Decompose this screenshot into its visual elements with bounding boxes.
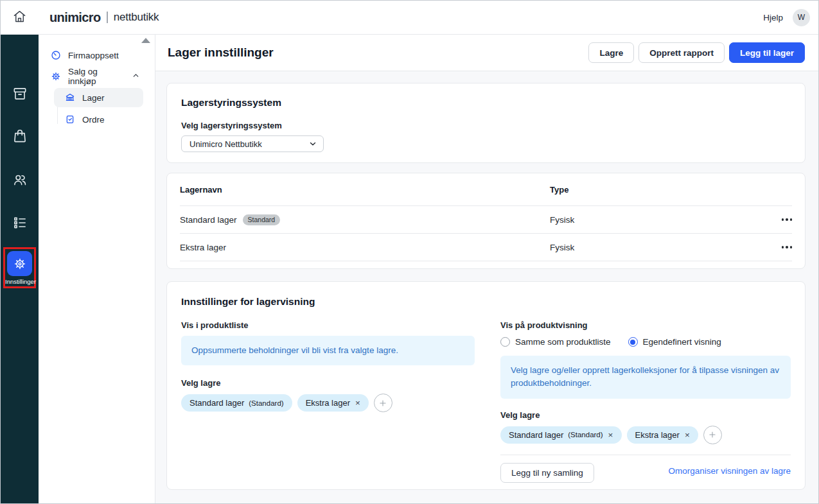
header-actions: Lagre Opprett rapport Legg til lager [588, 42, 805, 63]
nav-item-salg-og-innkjop[interactable]: Salg og innkjøp [39, 67, 155, 86]
warehouse-name: Standard lager [180, 215, 237, 225]
list-icon[interactable] [1, 214, 39, 231]
remove-icon[interactable]: × [685, 430, 690, 440]
table-header: Lagernavn Type [180, 173, 792, 206]
add-collection-button[interactable]: Legg til ny samling [500, 463, 594, 483]
help-link[interactable]: Hjelp [763, 13, 783, 22]
page-title: Lager innstillinger [168, 46, 274, 60]
icon-sidebar: Innstillinger [1, 35, 39, 503]
product-list-column: Vis i produktliste Oppsummerte beholdnin… [181, 320, 475, 483]
chip-label: Ekstra lager [635, 430, 680, 440]
add-warehouse-button[interactable]: Legg til lager [729, 42, 805, 63]
radio-same-as-product-list[interactable]: Samme som produktliste [500, 337, 611, 347]
brand-logo: unimicro nettbutikk [49, 10, 159, 25]
nav-item-lager[interactable]: Lager [54, 88, 143, 107]
nav-item-label: Ordre [82, 115, 105, 125]
column-type: Type [550, 185, 765, 195]
remove-icon[interactable]: × [608, 430, 613, 440]
column-lagernavn: Lagernavn [180, 185, 550, 195]
chip-suffix: (Standard) [249, 399, 283, 407]
warehouse-icon [65, 92, 75, 103]
table-row: Standard lager Standard Fysisk [180, 206, 792, 234]
reorder-warehouses-link[interactable]: Omorganiser visningen av lagre [668, 466, 791, 476]
more-options-icon[interactable] [782, 243, 792, 250]
radio-icon [500, 337, 510, 347]
radio-label: Egendefinert visning [643, 337, 721, 347]
info-message: Velg lagre og/eller opprett lagerkolleks… [500, 356, 791, 399]
chevron-up-icon[interactable] [132, 71, 140, 82]
warehouse-name: Ekstra lager [180, 243, 226, 252]
warehouse-type: Fysisk [550, 243, 765, 252]
product-view-column: Vis på produktvisning Samme som produktl… [500, 320, 791, 483]
brand-suffix: nettbutikk [114, 11, 159, 24]
chip-standard-lager[interactable]: Standard lager (Standard) [181, 394, 292, 412]
chip-standard-lager[interactable]: Standard lager (Standard) × [500, 426, 622, 444]
annotation-highlight: Innstillinger [3, 247, 36, 288]
warehouse-chips: Standard lager (Standard) Ekstra lager × [181, 394, 475, 412]
nav-item-label: Salg og innkjøp [68, 67, 125, 86]
more-options-icon[interactable] [782, 216, 792, 223]
home-icon [12, 9, 27, 26]
users-icon[interactable] [1, 171, 39, 188]
add-warehouse-chip-button[interactable] [703, 426, 722, 444]
clipboard-check-icon [65, 114, 75, 125]
chip-suffix: (Standard) [568, 431, 603, 439]
card-title: Innstillinger for lagervisning [181, 296, 791, 308]
select-value: Unimicro Nettbutikk [189, 139, 262, 149]
card-title: Lagerstyringssystem [181, 97, 791, 109]
table-row: Ekstra lager Fysisk [180, 234, 792, 261]
main-area: Lager innstillinger Lagre Opprett rappor… [155, 35, 818, 503]
topbar-right: Hjelp W [763, 9, 810, 26]
product-view-label: Vis på produktvisning [500, 320, 791, 330]
settings-nav: Firmaoppsett Salg og innkjøp [39, 35, 155, 503]
divider [500, 455, 791, 455]
display-settings-card: Innstillinger for lagervisning Vis i pro… [166, 281, 806, 490]
chip-label: Standard lager [189, 398, 244, 408]
brand-name: unimicro [49, 10, 101, 25]
warehouse-chips: Standard lager (Standard) × Ekstra lager… [500, 426, 791, 444]
info-message: Oppsummerte beholdninger vil bli vist fr… [181, 336, 475, 365]
select-system-label: Velg lagerstyringssystem [181, 121, 791, 130]
chip-ekstra-lager[interactable]: Ekstra lager × [627, 426, 698, 444]
shopping-bag-icon[interactable] [1, 128, 39, 144]
radio-custom-view[interactable]: Egendefinert visning [628, 337, 721, 347]
chip-label: Standard lager [509, 430, 563, 440]
chevron-down-icon [308, 139, 317, 148]
gear-icon [51, 71, 61, 82]
page-content: Lagerstyringssystem Velg lagerstyringssy… [155, 71, 818, 490]
settings-gear-icon[interactable] [7, 251, 32, 276]
chip-ekstra-lager[interactable]: Ekstra lager × [297, 394, 369, 412]
warehouse-system-card: Lagerstyringssystem Velg lagerstyringssy… [166, 83, 806, 163]
standard-badge: Standard [243, 214, 281, 225]
chip-label: Ekstra lager [306, 398, 350, 408]
topbar: unimicro nettbutikk Hjelp W [1, 1, 818, 35]
product-list-label: Vis i produktliste [181, 320, 475, 330]
page-header: Lager innstillinger Lagre Opprett rappor… [155, 35, 818, 71]
warehouse-table-card: Lagernavn Type Standard lager Standard F… [166, 173, 806, 269]
nav-item-firmaoppsett[interactable]: Firmaoppsett [39, 46, 155, 65]
radio-label: Samme som produktliste [515, 337, 611, 347]
warehouse-type: Fysisk [550, 215, 765, 225]
inventory-box-icon[interactable] [1, 85, 39, 102]
warehouse-system-select[interactable]: Unimicro Nettbutikk [181, 135, 324, 152]
app-window: unimicro nettbutikk Hjelp W [0, 0, 819, 504]
nav-item-ordre[interactable]: Ordre [54, 110, 143, 129]
select-warehouses-label: Velg lagre [181, 378, 475, 388]
add-warehouse-chip-button[interactable] [374, 394, 392, 412]
create-report-button[interactable]: Opprett rapport [638, 42, 725, 63]
nav-subitems: Lager Ordre [39, 88, 155, 129]
remove-icon[interactable]: × [355, 398, 360, 408]
nav-item-label: Firmaoppsett [68, 51, 119, 60]
save-button[interactable]: Lagre [588, 42, 634, 63]
user-avatar[interactable]: W [793, 9, 810, 26]
settings-label: Innstillinger [5, 278, 34, 285]
radio-icon-checked [628, 337, 638, 347]
nav-item-label: Lager [82, 93, 105, 103]
compass-icon [51, 50, 61, 60]
home-button[interactable] [1, 9, 39, 26]
logo-divider [107, 12, 108, 23]
view-mode-radios: Samme som produktliste Egendefinert visn… [500, 337, 791, 347]
scroll-up-indicator[interactable] [141, 38, 150, 43]
select-warehouses-label: Velg lagre [500, 410, 791, 420]
